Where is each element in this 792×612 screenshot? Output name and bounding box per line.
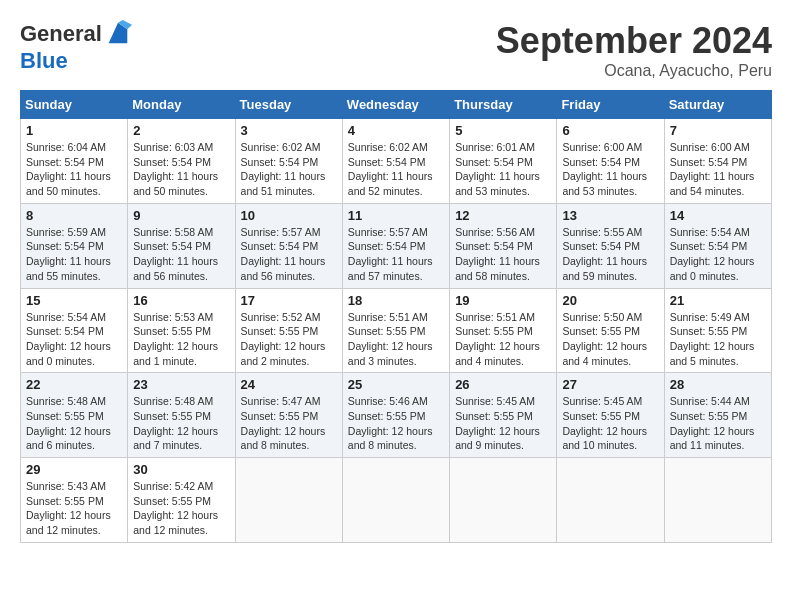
- calendar-day-cell: 11 Sunrise: 5:57 AM Sunset: 5:54 PM Dayl…: [342, 203, 449, 288]
- calendar-day-header: Saturday: [664, 91, 771, 119]
- calendar-day-cell: 21 Sunrise: 5:49 AM Sunset: 5:55 PM Dayl…: [664, 288, 771, 373]
- calendar-header-row: SundayMondayTuesdayWednesdayThursdayFrid…: [21, 91, 772, 119]
- day-info: Sunrise: 5:51 AM Sunset: 5:55 PM Dayligh…: [348, 310, 444, 369]
- calendar-day-cell: [450, 458, 557, 543]
- calendar-day-cell: 9 Sunrise: 5:58 AM Sunset: 5:54 PM Dayli…: [128, 203, 235, 288]
- day-info: Sunrise: 5:56 AM Sunset: 5:54 PM Dayligh…: [455, 225, 551, 284]
- day-info: Sunrise: 5:53 AM Sunset: 5:55 PM Dayligh…: [133, 310, 229, 369]
- day-number: 5: [455, 123, 551, 138]
- day-number: 27: [562, 377, 658, 392]
- day-number: 19: [455, 293, 551, 308]
- day-info: Sunrise: 5:52 AM Sunset: 5:55 PM Dayligh…: [241, 310, 337, 369]
- day-number: 28: [670, 377, 766, 392]
- calendar-day-cell: 26 Sunrise: 5:45 AM Sunset: 5:55 PM Dayl…: [450, 373, 557, 458]
- calendar-day-cell: 5 Sunrise: 6:01 AM Sunset: 5:54 PM Dayli…: [450, 119, 557, 204]
- day-info: Sunrise: 5:46 AM Sunset: 5:55 PM Dayligh…: [348, 394, 444, 453]
- day-number: 10: [241, 208, 337, 223]
- day-info: Sunrise: 6:00 AM Sunset: 5:54 PM Dayligh…: [670, 140, 766, 199]
- calendar-day-cell: 30 Sunrise: 5:42 AM Sunset: 5:55 PM Dayl…: [128, 458, 235, 543]
- calendar-day-cell: 23 Sunrise: 5:48 AM Sunset: 5:55 PM Dayl…: [128, 373, 235, 458]
- calendar-day-cell: 2 Sunrise: 6:03 AM Sunset: 5:54 PM Dayli…: [128, 119, 235, 204]
- calendar-day-cell: 24 Sunrise: 5:47 AM Sunset: 5:55 PM Dayl…: [235, 373, 342, 458]
- day-number: 3: [241, 123, 337, 138]
- day-number: 24: [241, 377, 337, 392]
- calendar-day-header: Sunday: [21, 91, 128, 119]
- calendar-day-cell: [235, 458, 342, 543]
- calendar-day-cell: 7 Sunrise: 6:00 AM Sunset: 5:54 PM Dayli…: [664, 119, 771, 204]
- day-number: 2: [133, 123, 229, 138]
- calendar-day-cell: 25 Sunrise: 5:46 AM Sunset: 5:55 PM Dayl…: [342, 373, 449, 458]
- calendar-day-header: Thursday: [450, 91, 557, 119]
- day-info: Sunrise: 6:02 AM Sunset: 5:54 PM Dayligh…: [241, 140, 337, 199]
- day-info: Sunrise: 5:54 AM Sunset: 5:54 PM Dayligh…: [26, 310, 122, 369]
- day-number: 11: [348, 208, 444, 223]
- day-number: 21: [670, 293, 766, 308]
- day-number: 7: [670, 123, 766, 138]
- month-title: September 2024: [496, 20, 772, 62]
- day-number: 15: [26, 293, 122, 308]
- calendar-week-row: 29 Sunrise: 5:43 AM Sunset: 5:55 PM Dayl…: [21, 458, 772, 543]
- day-info: Sunrise: 6:04 AM Sunset: 5:54 PM Dayligh…: [26, 140, 122, 199]
- day-number: 4: [348, 123, 444, 138]
- day-info: Sunrise: 6:00 AM Sunset: 5:54 PM Dayligh…: [562, 140, 658, 199]
- calendar-day-cell: 12 Sunrise: 5:56 AM Sunset: 5:54 PM Dayl…: [450, 203, 557, 288]
- day-number: 25: [348, 377, 444, 392]
- calendar-day-cell: 15 Sunrise: 5:54 AM Sunset: 5:54 PM Dayl…: [21, 288, 128, 373]
- day-number: 18: [348, 293, 444, 308]
- calendar-day-cell: 4 Sunrise: 6:02 AM Sunset: 5:54 PM Dayli…: [342, 119, 449, 204]
- day-info: Sunrise: 5:48 AM Sunset: 5:55 PM Dayligh…: [133, 394, 229, 453]
- calendar-week-row: 22 Sunrise: 5:48 AM Sunset: 5:55 PM Dayl…: [21, 373, 772, 458]
- calendar-day-cell: 22 Sunrise: 5:48 AM Sunset: 5:55 PM Dayl…: [21, 373, 128, 458]
- calendar-week-row: 15 Sunrise: 5:54 AM Sunset: 5:54 PM Dayl…: [21, 288, 772, 373]
- calendar-day-cell: 10 Sunrise: 5:57 AM Sunset: 5:54 PM Dayl…: [235, 203, 342, 288]
- day-info: Sunrise: 5:48 AM Sunset: 5:55 PM Dayligh…: [26, 394, 122, 453]
- day-number: 17: [241, 293, 337, 308]
- calendar-day-cell: 16 Sunrise: 5:53 AM Sunset: 5:55 PM Dayl…: [128, 288, 235, 373]
- logo: General Blue: [20, 20, 132, 74]
- day-number: 8: [26, 208, 122, 223]
- day-number: 30: [133, 462, 229, 477]
- day-number: 20: [562, 293, 658, 308]
- logo-blue-text: Blue: [20, 48, 68, 74]
- calendar-day-cell: 19 Sunrise: 5:51 AM Sunset: 5:55 PM Dayl…: [450, 288, 557, 373]
- calendar-day-cell: 27 Sunrise: 5:45 AM Sunset: 5:55 PM Dayl…: [557, 373, 664, 458]
- day-number: 26: [455, 377, 551, 392]
- day-info: Sunrise: 5:55 AM Sunset: 5:54 PM Dayligh…: [562, 225, 658, 284]
- location-subtitle: Ocana, Ayacucho, Peru: [496, 62, 772, 80]
- calendar-day-cell: 17 Sunrise: 5:52 AM Sunset: 5:55 PM Dayl…: [235, 288, 342, 373]
- calendar-day-header: Tuesday: [235, 91, 342, 119]
- day-number: 22: [26, 377, 122, 392]
- calendar-day-cell: [664, 458, 771, 543]
- calendar-day-cell: 20 Sunrise: 5:50 AM Sunset: 5:55 PM Dayl…: [557, 288, 664, 373]
- day-info: Sunrise: 5:57 AM Sunset: 5:54 PM Dayligh…: [241, 225, 337, 284]
- calendar-week-row: 1 Sunrise: 6:04 AM Sunset: 5:54 PM Dayli…: [21, 119, 772, 204]
- calendar-day-cell: 18 Sunrise: 5:51 AM Sunset: 5:55 PM Dayl…: [342, 288, 449, 373]
- day-number: 29: [26, 462, 122, 477]
- day-number: 14: [670, 208, 766, 223]
- calendar-day-header: Monday: [128, 91, 235, 119]
- day-info: Sunrise: 5:43 AM Sunset: 5:55 PM Dayligh…: [26, 479, 122, 538]
- day-info: Sunrise: 5:42 AM Sunset: 5:55 PM Dayligh…: [133, 479, 229, 538]
- calendar-day-cell: 29 Sunrise: 5:43 AM Sunset: 5:55 PM Dayl…: [21, 458, 128, 543]
- day-info: Sunrise: 5:45 AM Sunset: 5:55 PM Dayligh…: [455, 394, 551, 453]
- calendar-day-header: Wednesday: [342, 91, 449, 119]
- day-number: 12: [455, 208, 551, 223]
- calendar-day-header: Friday: [557, 91, 664, 119]
- logo-icon: [104, 20, 132, 48]
- calendar-day-cell: [557, 458, 664, 543]
- day-info: Sunrise: 5:51 AM Sunset: 5:55 PM Dayligh…: [455, 310, 551, 369]
- logo-general-text: General: [20, 21, 102, 47]
- day-info: Sunrise: 5:57 AM Sunset: 5:54 PM Dayligh…: [348, 225, 444, 284]
- day-info: Sunrise: 5:59 AM Sunset: 5:54 PM Dayligh…: [26, 225, 122, 284]
- day-number: 13: [562, 208, 658, 223]
- title-block: September 2024 Ocana, Ayacucho, Peru: [496, 20, 772, 80]
- day-number: 6: [562, 123, 658, 138]
- calendar-day-cell: 8 Sunrise: 5:59 AM Sunset: 5:54 PM Dayli…: [21, 203, 128, 288]
- day-number: 9: [133, 208, 229, 223]
- day-number: 16: [133, 293, 229, 308]
- day-info: Sunrise: 5:47 AM Sunset: 5:55 PM Dayligh…: [241, 394, 337, 453]
- calendar-week-row: 8 Sunrise: 5:59 AM Sunset: 5:54 PM Dayli…: [21, 203, 772, 288]
- day-info: Sunrise: 5:44 AM Sunset: 5:55 PM Dayligh…: [670, 394, 766, 453]
- calendar-table: SundayMondayTuesdayWednesdayThursdayFrid…: [20, 90, 772, 543]
- day-info: Sunrise: 6:02 AM Sunset: 5:54 PM Dayligh…: [348, 140, 444, 199]
